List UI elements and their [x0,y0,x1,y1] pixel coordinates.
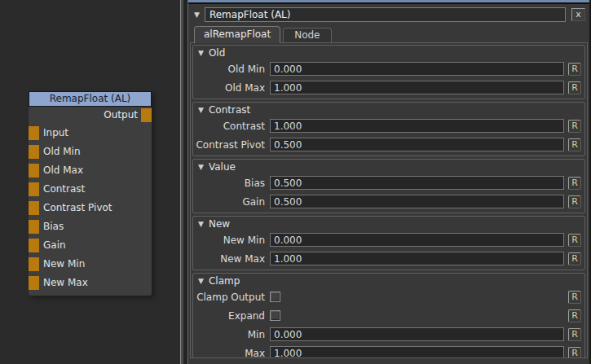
input-port-icon[interactable] [29,276,39,290]
parameter-label: Max [193,348,270,359]
tab-bar: alRemapFloat Node [188,24,589,42]
parameter-row: New MinR [193,230,584,249]
collapse-arrow-icon[interactable]: ▼ [198,49,204,57]
node-graph-area[interactable]: RemapFloat (AL) Output InputOld MinOld M… [0,0,181,364]
node-title[interactable]: RemapFloat (AL) [29,91,152,107]
section-header[interactable]: ▼Clamp [193,274,584,287]
value-field-contrast[interactable] [270,119,564,133]
section-old: ▼OldOld MinROld MaxR [192,45,585,99]
collapse-arrow-icon[interactable]: ▼ [198,277,204,285]
input-port-icon[interactable] [29,182,39,196]
value-field-contrast-pivot[interactable] [270,138,564,151]
panel-header: ▼ RemapFloat (AL) x [188,4,589,24]
reset-button[interactable]: R [568,195,581,208]
node-input-port-row: New Min [29,255,152,274]
value-field-new-min[interactable] [270,233,564,247]
input-port-label: New Min [43,258,85,270]
checkbox-clamp-output[interactable] [270,292,280,302]
value-field-gain[interactable] [270,195,564,208]
parameter-label: Old Min [193,64,270,75]
input-port-label: Contrast Pivot [43,202,112,213]
node-input-port-row: Contrast Pivot [29,199,152,217]
pane-splitter[interactable] [180,0,187,364]
node-input-port-row: New Max [29,274,152,292]
tab-node[interactable]: Node [283,28,331,42]
section-title: Contrast [209,104,250,116]
value-field-bias[interactable] [270,176,564,190]
node-name-field[interactable]: RemapFloat (AL) [205,7,566,22]
reset-button[interactable]: R [568,347,581,359]
parameter-label: Expand [193,310,270,322]
parameter-row: Clamp OutputR [193,287,584,306]
section-value: ▼ValueBiasRGainR [192,159,585,213]
collapse-arrow-icon[interactable]: ▼ [194,11,200,19]
parameter-label: Min [193,329,270,340]
reset-button[interactable]: R [568,63,581,76]
input-port-label: Contrast [43,183,85,195]
reset-button[interactable]: R [568,252,581,265]
input-port-icon[interactable] [29,239,39,252]
parameter-row: Old MaxR [193,78,584,97]
parameter-row: New MaxR [193,249,584,268]
node-body: Output InputOld MinOld MaxContrastContra… [29,107,152,296]
reset-button[interactable]: R [568,328,581,341]
section-title: Old [209,47,225,59]
collapse-arrow-icon[interactable]: ▼ [198,106,204,114]
section-clamp: ▼ClampClamp OutputRExpandRMinRMaxR [192,273,585,358]
node-input-port-row: Contrast [29,180,152,199]
input-port-label: Gain [43,239,66,251]
node-input-port-row: Input [29,124,152,143]
parameter-label: Contrast [193,121,270,132]
node-input-port-row: Old Max [29,161,152,180]
node-input-port-row: Gain [29,236,152,255]
close-button[interactable]: x [571,8,585,21]
parameter-row: MinR [193,325,584,344]
value-field-min[interactable] [270,327,564,341]
input-port-icon[interactable] [29,126,39,140]
section-title: Value [209,161,236,173]
input-port-label: Input [43,127,68,138]
parameter-label: New Min [193,235,270,246]
tab-alremapfloat[interactable]: alRemapFloat [194,26,280,43]
section-header[interactable]: ▼Contrast [193,103,584,116]
parameters-panel: ▼ RemapFloat (AL) x alRemapFloat Node ▼O… [187,0,591,364]
parameter-label: New Max [193,253,270,265]
section-header[interactable]: ▼Value [193,160,584,173]
section-header[interactable]: ▼Old [193,46,584,59]
collapse-arrow-icon[interactable]: ▼ [198,163,204,171]
parameter-label: Contrast Pivot [193,139,270,151]
parameter-row: Contrast PivotR [193,135,584,154]
value-field-new-max[interactable] [270,252,564,265]
parameter-label: Bias [193,178,270,189]
node-input-port-row: Old Min [29,143,152,161]
node-input-port-row: Bias [29,217,152,236]
reset-button[interactable]: R [568,120,581,133]
collapse-arrow-icon[interactable]: ▼ [198,220,204,228]
input-port-label: New Max [43,277,88,288]
checkbox-expand[interactable] [270,310,280,321]
node-output-row: Output [29,107,152,124]
input-port-icon[interactable] [29,220,39,234]
value-field-old-max[interactable] [270,81,564,94]
output-port-label: Output [104,109,138,121]
reset-button[interactable]: R [568,177,581,190]
section-title: Clamp [209,275,240,287]
reset-button[interactable]: R [568,309,581,322]
input-port-label: Old Max [43,164,83,176]
input-port-icon[interactable] [29,257,39,271]
output-port-icon[interactable] [141,108,152,122]
input-port-icon[interactable] [29,201,39,215]
value-field-max[interactable] [270,346,564,358]
input-port-icon[interactable] [29,164,39,178]
input-port-label: Bias [43,221,64,232]
node-remapfloat[interactable]: RemapFloat (AL) Output InputOld MinOld M… [29,91,152,296]
reset-button[interactable]: R [568,234,581,247]
section-new: ▼NewNew MinRNew MaxR [192,216,585,270]
input-port-icon[interactable] [29,145,39,159]
parameter-label: Old Max [193,82,270,94]
reset-button[interactable]: R [568,291,581,304]
reset-button[interactable]: R [568,81,581,94]
reset-button[interactable]: R [568,138,581,151]
section-header[interactable]: ▼New [193,217,584,230]
value-field-old-min[interactable] [270,62,564,76]
